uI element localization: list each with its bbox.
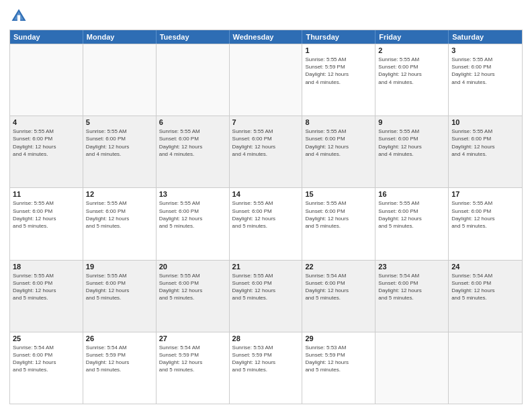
day-info: Sunrise: 5:54 AM Sunset: 6:00 PM Dayligh… xyxy=(378,272,445,302)
day-number: 28 xyxy=(232,334,300,342)
calendar-cell: 9Sunrise: 5:55 AM Sunset: 6:00 PM Daylig… xyxy=(375,116,449,187)
day-number: 16 xyxy=(378,190,445,198)
day-info: Sunrise: 5:55 AM Sunset: 6:00 PM Dayligh… xyxy=(86,272,153,302)
day-info: Sunrise: 5:55 AM Sunset: 6:00 PM Dayligh… xyxy=(232,199,300,230)
day-info: Sunrise: 5:53 AM Sunset: 5:59 PM Dayligh… xyxy=(232,344,300,374)
day-number: 23 xyxy=(378,263,445,271)
calendar-cell: 15Sunrise: 5:55 AM Sunset: 6:00 PM Dayli… xyxy=(302,188,375,259)
calendar-cell: 11Sunrise: 5:55 AM Sunset: 6:00 PM Dayli… xyxy=(10,188,83,259)
calendar-cell: 4Sunrise: 5:55 AM Sunset: 6:00 PM Daylig… xyxy=(10,116,83,187)
day-info: Sunrise: 5:55 AM Sunset: 6:00 PM Dayligh… xyxy=(232,272,300,302)
day-number: 26 xyxy=(86,334,153,342)
day-info: Sunrise: 5:55 AM Sunset: 6:00 PM Dayligh… xyxy=(378,128,445,158)
calendar-cell xyxy=(83,44,157,116)
cal-header-day: Sunday xyxy=(10,30,83,44)
cal-header-day: Friday xyxy=(375,30,449,44)
calendar-cell: 17Sunrise: 5:55 AM Sunset: 6:00 PM Dayli… xyxy=(449,188,522,259)
calendar-cell: 5Sunrise: 5:55 AM Sunset: 6:00 PM Daylig… xyxy=(83,116,157,187)
day-number: 29 xyxy=(305,334,372,342)
cal-header-day: Saturday xyxy=(449,30,522,44)
calendar-cell: 27Sunrise: 5:54 AM Sunset: 5:59 PM Dayli… xyxy=(157,332,230,404)
calendar-cell xyxy=(10,44,83,116)
calendar-cell: 19Sunrise: 5:55 AM Sunset: 6:00 PM Dayli… xyxy=(83,261,157,332)
day-info: Sunrise: 5:55 AM Sunset: 6:00 PM Dayligh… xyxy=(451,128,519,158)
day-number: 19 xyxy=(86,263,153,271)
cal-header-day: Wednesday xyxy=(230,30,303,44)
day-number: 7 xyxy=(232,118,300,126)
day-number: 8 xyxy=(305,118,372,126)
calendar-row: 1Sunrise: 5:55 AM Sunset: 5:59 PM Daylig… xyxy=(10,44,522,116)
day-info: Sunrise: 5:55 AM Sunset: 6:00 PM Dayligh… xyxy=(13,199,80,230)
day-number: 25 xyxy=(13,334,80,342)
calendar-cell: 21Sunrise: 5:55 AM Sunset: 6:00 PM Dayli… xyxy=(230,261,303,332)
cal-header-day: Thursday xyxy=(302,30,375,44)
day-number: 1 xyxy=(305,46,372,54)
calendar-row: 18Sunrise: 5:55 AM Sunset: 6:00 PM Dayli… xyxy=(10,260,522,332)
day-number: 12 xyxy=(86,190,153,198)
day-info: Sunrise: 5:55 AM Sunset: 6:00 PM Dayligh… xyxy=(86,128,153,158)
calendar-row: 4Sunrise: 5:55 AM Sunset: 6:00 PM Daylig… xyxy=(10,116,522,187)
day-info: Sunrise: 5:55 AM Sunset: 6:00 PM Dayligh… xyxy=(159,128,226,158)
calendar-cell: 26Sunrise: 5:54 AM Sunset: 5:59 PM Dayli… xyxy=(83,332,157,404)
day-number: 17 xyxy=(451,190,519,198)
svg-rect-2 xyxy=(17,15,20,21)
logo-icon xyxy=(9,7,28,26)
calendar-cell: 3Sunrise: 5:55 AM Sunset: 6:00 PM Daylig… xyxy=(449,44,522,116)
calendar-cell: 8Sunrise: 5:55 AM Sunset: 6:00 PM Daylig… xyxy=(302,116,375,187)
calendar-cell: 29Sunrise: 5:53 AM Sunset: 5:59 PM Dayli… xyxy=(302,332,375,404)
calendar-header: SundayMondayTuesdayWednesdayThursdayFrid… xyxy=(10,30,522,44)
calendar-cell: 22Sunrise: 5:54 AM Sunset: 6:00 PM Dayli… xyxy=(302,261,375,332)
calendar-cell: 28Sunrise: 5:53 AM Sunset: 5:59 PM Dayli… xyxy=(230,332,303,404)
day-number: 10 xyxy=(451,118,519,126)
calendar-cell: 23Sunrise: 5:54 AM Sunset: 6:00 PM Dayli… xyxy=(375,261,449,332)
calendar: SundayMondayTuesdayWednesdayThursdayFrid… xyxy=(9,30,523,404)
calendar-cell: 25Sunrise: 5:54 AM Sunset: 6:00 PM Dayli… xyxy=(10,332,83,404)
calendar-row: 25Sunrise: 5:54 AM Sunset: 6:00 PM Dayli… xyxy=(10,332,522,404)
day-info: Sunrise: 5:54 AM Sunset: 6:00 PM Dayligh… xyxy=(451,272,519,302)
calendar-cell: 1Sunrise: 5:55 AM Sunset: 5:59 PM Daylig… xyxy=(302,44,375,116)
calendar-cell xyxy=(375,332,449,404)
calendar-cell: 12Sunrise: 5:55 AM Sunset: 6:00 PM Dayli… xyxy=(83,188,157,259)
day-number: 2 xyxy=(378,46,445,54)
day-number: 24 xyxy=(451,263,519,271)
day-number: 27 xyxy=(159,334,226,342)
calendar-cell: 18Sunrise: 5:55 AM Sunset: 6:00 PM Dayli… xyxy=(10,261,83,332)
day-info: Sunrise: 5:55 AM Sunset: 6:00 PM Dayligh… xyxy=(159,199,226,230)
day-number: 3 xyxy=(451,46,519,54)
calendar-cell xyxy=(230,44,303,116)
day-info: Sunrise: 5:55 AM Sunset: 6:00 PM Dayligh… xyxy=(86,199,153,230)
calendar-cell: 6Sunrise: 5:55 AM Sunset: 6:00 PM Daylig… xyxy=(157,116,230,187)
calendar-cell: 7Sunrise: 5:55 AM Sunset: 6:00 PM Daylig… xyxy=(230,116,303,187)
cal-header-day: Monday xyxy=(83,30,157,44)
calendar-cell: 13Sunrise: 5:55 AM Sunset: 6:00 PM Dayli… xyxy=(157,188,230,259)
day-info: Sunrise: 5:55 AM Sunset: 6:00 PM Dayligh… xyxy=(378,56,445,86)
header xyxy=(9,7,523,26)
day-number: 9 xyxy=(378,118,445,126)
day-info: Sunrise: 5:55 AM Sunset: 6:00 PM Dayligh… xyxy=(232,128,300,158)
day-info: Sunrise: 5:54 AM Sunset: 5:59 PM Dayligh… xyxy=(159,344,226,374)
calendar-body: 1Sunrise: 5:55 AM Sunset: 5:59 PM Daylig… xyxy=(10,44,522,404)
day-info: Sunrise: 5:53 AM Sunset: 5:59 PM Dayligh… xyxy=(305,344,372,374)
calendar-row: 11Sunrise: 5:55 AM Sunset: 6:00 PM Dayli… xyxy=(10,187,522,259)
day-number: 18 xyxy=(13,263,80,271)
day-info: Sunrise: 5:55 AM Sunset: 6:00 PM Dayligh… xyxy=(451,56,519,86)
day-number: 4 xyxy=(13,118,80,126)
calendar-cell: 24Sunrise: 5:54 AM Sunset: 6:00 PM Dayli… xyxy=(449,261,522,332)
day-number: 20 xyxy=(159,263,226,271)
calendar-cell: 2Sunrise: 5:55 AM Sunset: 6:00 PM Daylig… xyxy=(375,44,449,116)
day-info: Sunrise: 5:55 AM Sunset: 6:00 PM Dayligh… xyxy=(305,199,372,230)
day-info: Sunrise: 5:54 AM Sunset: 6:00 PM Dayligh… xyxy=(305,272,372,302)
day-info: Sunrise: 5:55 AM Sunset: 5:59 PM Dayligh… xyxy=(305,56,372,86)
day-info: Sunrise: 5:54 AM Sunset: 5:59 PM Dayligh… xyxy=(86,344,153,374)
calendar-cell: 14Sunrise: 5:55 AM Sunset: 6:00 PM Dayli… xyxy=(230,188,303,259)
day-number: 11 xyxy=(13,190,80,198)
logo xyxy=(9,7,31,26)
calendar-cell: 20Sunrise: 5:55 AM Sunset: 6:00 PM Dayli… xyxy=(157,261,230,332)
calendar-cell: 16Sunrise: 5:55 AM Sunset: 6:00 PM Dayli… xyxy=(375,188,449,259)
day-number: 6 xyxy=(159,118,226,126)
day-number: 21 xyxy=(232,263,300,271)
calendar-cell xyxy=(449,332,522,404)
day-info: Sunrise: 5:55 AM Sunset: 6:00 PM Dayligh… xyxy=(378,199,445,230)
calendar-cell xyxy=(157,44,230,116)
day-number: 5 xyxy=(86,118,153,126)
